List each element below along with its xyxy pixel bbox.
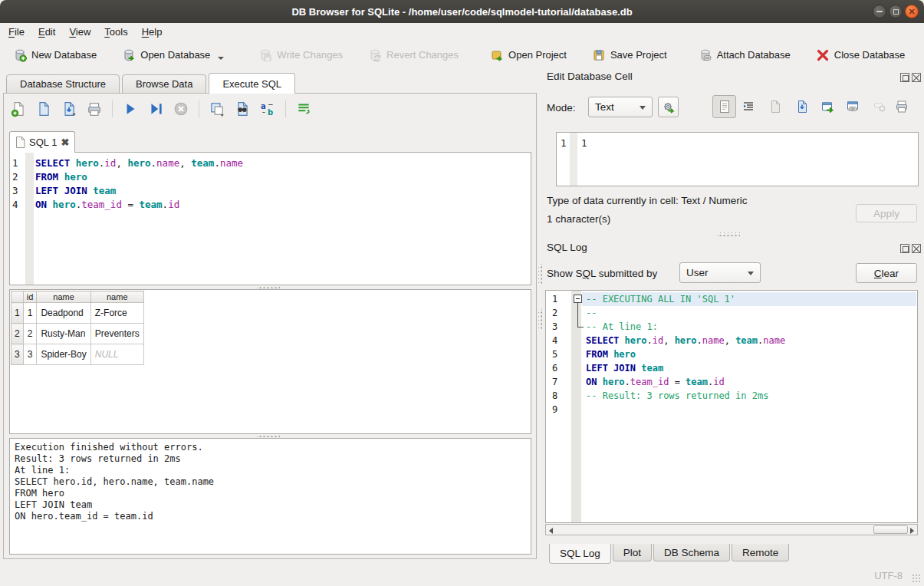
new-tab-icon[interactable] [10, 100, 27, 117]
sql-tab-close-icon[interactable]: ✖ [61, 137, 69, 148]
scroll-left-icon[interactable] [549, 528, 553, 534]
dock-handle[interactable] [538, 264, 542, 284]
print2-icon[interactable] [893, 98, 910, 115]
row-header[interactable]: 1 [12, 303, 24, 324]
edit-cell-title: Edit Database Cell [547, 71, 633, 82]
main-toolbar: New DatabaseOpen DatabaseWrite ChangesRe… [0, 41, 924, 69]
code-line: 4ON hero.team_id = team.id [10, 198, 531, 212]
close-database-button[interactable]: Close Database [811, 44, 910, 66]
cell-editor[interactable]: 11 [556, 132, 919, 186]
cell[interactable]: 2 [23, 324, 37, 344]
encoding-status: UTF-8 [874, 570, 903, 581]
row-header[interactable]: 3 [12, 344, 24, 365]
dock-splitter[interactable] [717, 232, 740, 236]
grid-icon[interactable] [209, 100, 225, 117]
table-row: 33Spider-BoyNULL [12, 344, 144, 365]
chevron-down-icon [748, 272, 754, 275]
mode-select[interactable]: Text [588, 97, 653, 117]
minus-icon[interactable] [871, 98, 888, 115]
doc-icon[interactable] [712, 95, 736, 118]
table-row: 22Rusty-ManPreventers [12, 324, 144, 344]
import-icon[interactable] [658, 97, 679, 117]
sql-log-box[interactable]: 1-- EXECUTING ALL IN 'SQL 1'2--3-- At li… [545, 290, 918, 523]
execution-log[interactable]: Execution finished without errors. Resul… [9, 438, 531, 555]
bottom-tab-sql-log[interactable]: SQL Log [549, 544, 611, 564]
cell[interactable]: NULL [90, 344, 143, 365]
new-database-button[interactable]: New Database [8, 44, 101, 66]
minimize-button[interactable] [873, 5, 886, 18]
tab-execute-sql[interactable]: Execute SQL [209, 73, 295, 94]
fold-marker-icon[interactable] [574, 295, 582, 303]
code-line: 4SELECT hero.id, hero.name, team.name [546, 334, 917, 347]
open-file-icon[interactable] [35, 100, 52, 117]
cell[interactable]: 3 [23, 344, 37, 365]
sql-editor[interactable]: 1SELECT hero.id, hero.name, team.name2FR… [9, 152, 531, 285]
sql-log-hscrollbar[interactable] [545, 524, 918, 535]
sql-log-filter-select[interactable]: User [679, 262, 761, 283]
titlebar[interactable]: DB Browser for SQLite - /home/user/code/… [0, 0, 924, 23]
play-icon[interactable] [122, 100, 139, 117]
print-icon[interactable] [86, 100, 103, 117]
menu-tools[interactable]: Tools [97, 24, 134, 40]
menu-view[interactable]: View [62, 24, 97, 40]
splitter-editor-results[interactable] [257, 285, 280, 288]
open-database-button[interactable]: Open Database [117, 44, 229, 66]
db-new-icon [13, 48, 27, 62]
menu-edit[interactable]: Edit [31, 24, 62, 40]
replace-icon[interactable]: ab [259, 100, 276, 117]
resize-grip[interactable] [912, 574, 922, 584]
revert-changes-button[interactable]: Revert Changes [363, 44, 463, 66]
cell[interactable]: Spider-Boy [37, 344, 90, 365]
main-splitter[interactable] [538, 309, 542, 331]
column-header-id[interactable]: id [23, 291, 37, 303]
dropdown-arrow-icon[interactable] [218, 57, 224, 60]
tab-database-structure[interactable]: Database Structure [6, 74, 120, 94]
scroll-thumb[interactable] [873, 525, 908, 534]
bottom-tab-db-schema[interactable]: DB Schema [653, 544, 730, 561]
wrap-icon[interactable] [295, 100, 312, 117]
proj-open-icon [490, 48, 504, 62]
save-file-icon[interactable] [61, 100, 77, 117]
dock-float-icon[interactable] [900, 244, 909, 253]
menu-file[interactable]: File [2, 24, 31, 40]
write-changes-button[interactable]: Write Changes [254, 44, 347, 66]
cell[interactable]: Z-Force [90, 303, 143, 324]
cell[interactable]: Deadpond [37, 303, 90, 324]
play-line-icon[interactable] [147, 100, 164, 117]
column-header-name[interactable]: name [90, 291, 143, 303]
save-icon[interactable] [767, 98, 784, 115]
dock-close-icon[interactable] [912, 73, 921, 82]
cell[interactable]: Rusty-Man [37, 324, 90, 344]
code-line: 3-- At line 1: [546, 320, 917, 334]
open-project-button[interactable]: Open Project [485, 44, 571, 66]
cell[interactable]: 1 [23, 303, 37, 324]
close-button[interactable]: ✕ [905, 5, 919, 18]
bottom-tab-remote[interactable]: Remote [732, 544, 789, 561]
code-line: 6LEFT JOIN team [546, 361, 917, 375]
indent-icon[interactable] [740, 98, 757, 115]
dock-close-icon[interactable] [912, 244, 921, 253]
sql-tab[interactable]: SQL 1 ✖ [9, 131, 75, 153]
clear-button[interactable]: Clear [856, 263, 917, 283]
row-header[interactable]: 2 [12, 324, 24, 344]
cell-line: 11 [557, 137, 918, 150]
link-icon[interactable] [844, 98, 861, 115]
tab-browse-data[interactable]: Browse Data [122, 74, 206, 94]
splitter-results-log[interactable] [257, 433, 280, 437]
scroll-right-icon[interactable] [910, 528, 914, 534]
save-as-icon[interactable] [794, 98, 811, 115]
export-icon[interactable] [819, 98, 836, 115]
bottom-tab-plot[interactable]: Plot [613, 544, 652, 561]
cell-char-count: 1 character(s) [547, 213, 610, 225]
cell[interactable]: Preventers [90, 324, 143, 344]
column-header-name[interactable]: name [37, 291, 90, 303]
save-project-button[interactable]: Save Project [587, 44, 672, 66]
toolbar-separator [199, 100, 199, 117]
dock-float-icon[interactable] [900, 73, 909, 82]
stop-icon[interactable] [173, 100, 189, 117]
apply-button[interactable]: Apply [856, 204, 917, 222]
menu-help[interactable]: Help [135, 24, 169, 40]
find-icon[interactable] [234, 100, 251, 117]
attach-database-button[interactable]: Attach Database [694, 44, 795, 66]
maximize-button[interactable] [889, 5, 903, 18]
